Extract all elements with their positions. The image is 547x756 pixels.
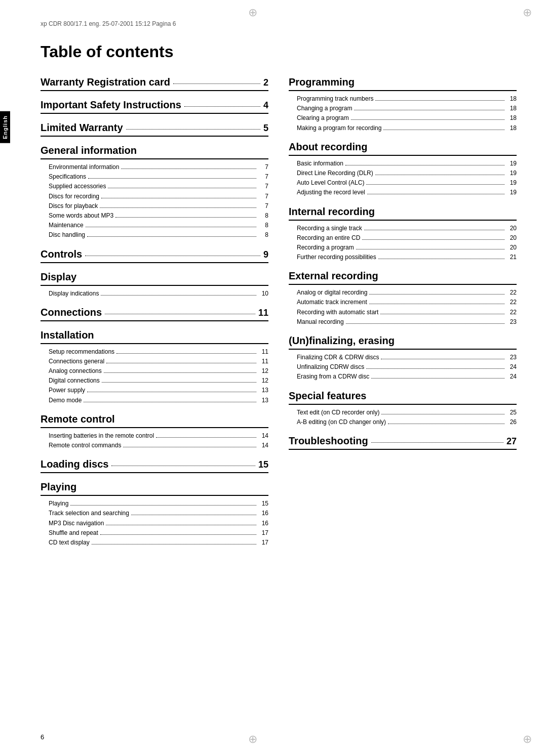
toc-item-page: 18	[506, 123, 517, 133]
toc-item: Some words about MP38	[41, 211, 268, 221]
toc-section: Warranty Registration card2	[41, 76, 268, 91]
toc-item-page: 15	[258, 499, 268, 509]
toc-item-label: Recording an entire CD	[297, 233, 506, 243]
toc-item-page: 8	[258, 230, 268, 240]
toc-item: CD text display17	[41, 538, 268, 548]
toc-item: Display indications10	[41, 289, 268, 299]
toc-item-label: Power supply	[49, 386, 258, 395]
toc-item-label: Programming track numbers	[297, 94, 506, 104]
toc-section: Limited Warranty5	[41, 122, 268, 137]
toc-item-page: 26	[506, 417, 517, 427]
toc-section: InstallationSetup recommendations11Conne…	[41, 329, 268, 405]
toc-item-page: 22	[506, 288, 517, 298]
toc-single-entry: Troubleshooting27	[289, 435, 517, 450]
toc-entry-label: Warranty Registration card	[41, 76, 170, 88]
toc-item-label: Recording a program	[297, 243, 506, 253]
toc-item-page: 17	[258, 528, 268, 538]
toc-item-label: Recording with automatic start	[297, 308, 506, 317]
toc-section: External recordingAnalog or digital reco…	[289, 270, 517, 327]
toc-item-label: Connections general	[49, 357, 258, 366]
toc-section: Important Safety Instructions4	[41, 99, 268, 114]
toc-single-entry: Important Safety Instructions4	[41, 99, 268, 114]
toc-entry-page: 27	[506, 436, 517, 447]
toc-entry-label: Controls	[41, 248, 82, 260]
toc-item: Automatic track increment22	[289, 298, 517, 307]
toc-item: Playing15	[41, 499, 268, 509]
toc-item: Making a program for recording18	[289, 123, 517, 133]
toc-entry-page: 2	[263, 77, 268, 88]
toc-item-label: MP3 Disc navigation	[49, 519, 258, 528]
page-number: 6	[41, 733, 44, 741]
page-title: Table of contents	[41, 43, 517, 61]
toc-section: Troubleshooting27	[289, 435, 517, 450]
content-area: Warranty Registration card2Important Saf…	[41, 76, 517, 556]
toc-section: DisplayDisplay indications10	[41, 271, 268, 299]
toc-item-page: 18	[506, 113, 517, 123]
toc-item: Basic information19	[289, 159, 517, 169]
toc-item: Shuffle and repeat17	[41, 528, 268, 538]
toc-item-label: Manual recording	[297, 317, 506, 327]
toc-item-page: 7	[258, 201, 268, 211]
toc-item-label: Environmental information	[49, 162, 258, 172]
toc-item-label: Disc handling	[49, 230, 258, 240]
toc-section-header: About recording	[289, 141, 517, 156]
toc-entry-label: Important Safety Instructions	[41, 99, 181, 111]
toc-item: Disc handling8	[41, 230, 268, 240]
toc-item: Manual recording23	[289, 317, 517, 327]
toc-item: Analog connections12	[41, 366, 268, 376]
toc-item-page: 19	[506, 159, 517, 169]
toc-item-label: Making a program for recording	[297, 123, 506, 133]
toc-item-page: 14	[258, 431, 268, 441]
toc-section: Internal recordingRecording a single tra…	[289, 206, 517, 263]
toc-item-label: Clearing a program	[297, 113, 506, 123]
toc-item: Discs for playback7	[41, 201, 268, 211]
toc-dots	[371, 442, 503, 443]
toc-item-page: 11	[258, 357, 268, 366]
toc-item-label: Adjusting the record level	[297, 188, 506, 197]
toc-entry-label: Connections	[41, 307, 102, 318]
toc-item: Demo mode13	[41, 396, 268, 405]
toc-item: Erasing from a CDRW disc24	[289, 372, 517, 382]
toc-entry-page: 4	[263, 100, 268, 111]
toc-item-label: Setup recommendations	[49, 347, 258, 357]
crosshair-top-center: ⊕	[248, 6, 257, 19]
toc-entry-label: Limited Warranty	[41, 122, 123, 134]
toc-item-label: Specifications	[49, 172, 258, 182]
toc-item-label: Some words about MP3	[49, 211, 258, 221]
toc-entry-page: 15	[258, 459, 268, 470]
toc-item-page: 11	[258, 347, 268, 357]
right-column: ProgrammingProgramming track numbers18Ch…	[289, 76, 517, 556]
left-column: Warranty Registration card2Important Saf…	[41, 76, 268, 556]
toc-single-entry: Connections11	[41, 307, 268, 321]
header-info: xp CDR 800/17.1 eng. 25-07-2001 15:12 Pa…	[41, 20, 517, 27]
toc-entry-page: 9	[263, 249, 268, 260]
toc-item-label: Direct Line Recording (DLR)	[297, 169, 506, 178]
toc-item: Auto Level Control (ALC)19	[289, 178, 517, 188]
toc-dots	[85, 256, 260, 256]
toc-item: MP3 Disc navigation16	[41, 519, 268, 528]
toc-item-page: 8	[258, 221, 268, 230]
toc-item-page: 14	[258, 441, 268, 450]
toc-section: (Un)finalizing, erasingFinalizing CDR & …	[289, 335, 517, 382]
toc-item-page: 19	[506, 188, 517, 197]
toc-item-label: Recording a single track	[297, 224, 506, 233]
toc-item: Analog or digital recording22	[289, 288, 517, 298]
toc-item: Supplied accessories7	[41, 182, 268, 191]
english-tab: English	[0, 111, 10, 143]
toc-item-page: 18	[506, 94, 517, 104]
toc-item-page: 13	[258, 386, 268, 395]
toc-item-label: A-B editing (on CD changer only)	[297, 417, 506, 427]
toc-item: Unfinalizing CDRW discs24	[289, 362, 517, 372]
page: xp CDR 800/17.1 eng. 25-07-2001 15:12 Pa…	[0, 0, 547, 756]
toc-item-page: 19	[506, 178, 517, 188]
toc-item-page: 7	[258, 182, 268, 191]
toc-section-header: Special features	[289, 390, 517, 405]
toc-item-label: Basic information	[297, 159, 506, 169]
toc-item-page: 24	[506, 362, 517, 372]
toc-item-label: CD text display	[49, 538, 258, 548]
toc-item-label: Playing	[49, 499, 258, 509]
toc-item: Clearing a program18	[289, 113, 517, 123]
toc-item-page: 12	[258, 376, 268, 386]
toc-item: Recording a single track20	[289, 224, 517, 233]
toc-item: Digital connections12	[41, 376, 268, 386]
